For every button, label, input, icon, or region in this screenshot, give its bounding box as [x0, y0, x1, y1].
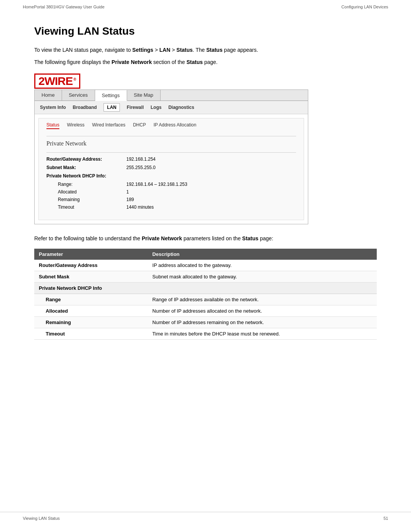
header-right: Configuring LAN Devices	[341, 5, 388, 9]
table-row: Range Range of IP addresses available on…	[34, 294, 377, 305]
label-gateway-address: Router/Gateway Address:	[46, 157, 126, 162]
page-header: HomePortal 3801HGV Gateway User Guide Co…	[0, 0, 411, 14]
param-dhcp-info-section: Private Network DHCP Info	[34, 283, 377, 294]
tab-home[interactable]: Home	[35, 90, 62, 101]
subnav-firewall[interactable]: Firewall	[127, 105, 144, 110]
table-row: Timeout Time in minutes before the DHCP …	[34, 328, 377, 340]
main-content: Viewing LAN Status To view the LAN statu…	[0, 14, 411, 363]
label-range: Range:	[58, 182, 126, 187]
table-row: Allocated Number of IP addresses allocat…	[34, 305, 377, 317]
logo-container: 2WiRE®	[34, 73, 377, 89]
desc-timeout: Time in minutes before the DHCP lease mu…	[148, 328, 377, 340]
sub-nav: System Info Broadband LAN Firewall Logs …	[35, 101, 308, 114]
data-sub-row-remaining: Remaining 189	[46, 197, 296, 202]
param-subnet-mask: Subnet Mask	[34, 271, 148, 283]
footer-left: Viewing LAN Status	[23, 516, 60, 521]
data-sub-row-timeout: Timeout 1440 minutes	[46, 204, 296, 210]
ref-paragraph: Refer to the following table to understa…	[34, 234, 377, 243]
value-gateway-address: 192.168.1.254	[126, 157, 156, 162]
label-subnet-mask: Subnet Mask:	[46, 165, 126, 170]
subnav-lan[interactable]: LAN	[104, 103, 120, 112]
desc-subnet-mask: Subnet mask allocated to the gateway.	[148, 271, 377, 283]
subnav-broadband[interactable]: Broadband	[73, 105, 97, 110]
intro-line1: To view the LAN status page, navigate to…	[34, 46, 377, 54]
subnav-logs[interactable]: Logs	[151, 105, 162, 110]
table-row-section: Private Network DHCP Info	[34, 283, 377, 294]
gateway-ui: Home Services Settings Site Map System I…	[34, 89, 308, 224]
label-allocated: Allocated	[58, 189, 126, 195]
page-title: Viewing LAN Status	[34, 25, 377, 37]
sub-tabs: Status Wireless Wired Interfaces DHCP IP…	[46, 122, 296, 129]
tab-services[interactable]: Services	[62, 90, 95, 101]
value-remaining: 189	[126, 197, 134, 202]
param-remaining: Remaining	[34, 317, 148, 328]
desc-allocated: Number of IP addresses allocated on the …	[148, 305, 377, 317]
table-row: Router/Gateway Address IP address alloca…	[34, 260, 377, 271]
parameter-table: Parameter Description Router/Gateway Add…	[34, 249, 377, 340]
footer-right: 51	[384, 516, 388, 521]
label-timeout: Timeout	[58, 204, 126, 210]
param-allocated: Allocated	[34, 305, 148, 317]
data-row-dhcp-header: Private Network DHCP Info:	[46, 173, 296, 179]
intro-line2: The following figure displays the Privat…	[34, 58, 377, 66]
subnav-diagnostics[interactable]: Diagnostics	[168, 105, 194, 110]
value-subnet-mask: 255.255.255.0	[126, 165, 156, 170]
section-title: Private Network	[46, 140, 296, 147]
table-row: Subnet Mask Subnet mask allocated to the…	[34, 271, 377, 283]
page-footer: Viewing LAN Status 51	[0, 512, 411, 521]
subtab-status[interactable]: Status	[46, 122, 59, 129]
nav-tabs: Home Services Settings Site Map	[35, 90, 308, 101]
data-sub-row-range: Range: 192.168.1.64 – 192.168.1.253	[46, 182, 296, 187]
param-timeout: Timeout	[34, 328, 148, 340]
desc-range: Range of IP addresses available on the n…	[148, 294, 377, 305]
value-allocated: 1	[126, 189, 129, 195]
col-header-description: Description	[148, 249, 377, 260]
desc-gateway-address: IP address allocated to the gateway.	[148, 260, 377, 271]
param-range: Range	[34, 294, 148, 305]
param-gateway-address: Router/Gateway Address	[34, 260, 148, 271]
subtab-ip-address-allocation[interactable]: IP Address Allocation	[153, 122, 196, 129]
subtab-wireless[interactable]: Wireless	[67, 122, 84, 129]
logo-registered: ®	[73, 78, 76, 80]
content-area: Status Wireless Wired Interfaces DHCP IP…	[38, 118, 304, 220]
tab-sitemap[interactable]: Site Map	[127, 90, 161, 101]
data-row-gateway: Router/Gateway Address: 192.168.1.254	[46, 157, 296, 162]
table-row: Remaining Number of IP addresses remaini…	[34, 317, 377, 328]
subnav-systeminfo[interactable]: System Info	[40, 105, 66, 110]
desc-remaining: Number of IP addresses remaining on the …	[148, 317, 377, 328]
value-timeout: 1440 minutes	[126, 204, 154, 210]
tab-settings[interactable]: Settings	[95, 90, 127, 101]
col-header-parameter: Parameter	[34, 249, 148, 260]
subtab-wired-interfaces[interactable]: Wired Interfaces	[92, 122, 125, 129]
value-range: 192.168.1.64 – 192.168.1.253	[126, 182, 187, 187]
2wire-logo: 2WiRE®	[34, 73, 80, 89]
subtab-dhcp[interactable]: DHCP	[133, 122, 146, 129]
separator-2	[46, 152, 296, 153]
label-remaining: Remaining	[58, 197, 126, 202]
label-dhcp-info: Private Network DHCP Info:	[46, 173, 126, 179]
data-sub-row-allocated: Allocated 1	[46, 189, 296, 195]
header-left: HomePortal 3801HGV Gateway User Guide	[23, 5, 105, 9]
separator-1	[46, 136, 296, 136]
data-row-subnet: Subnet Mask: 255.255.255.0	[46, 165, 296, 170]
